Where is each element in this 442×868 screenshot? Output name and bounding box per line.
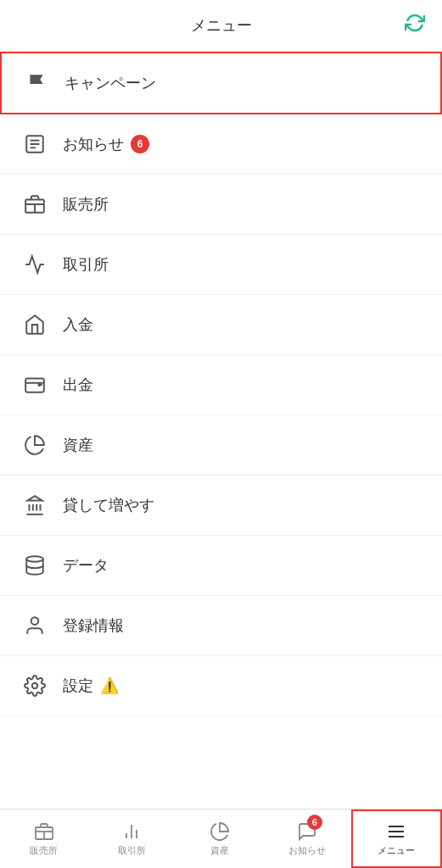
menu-item-shop-label: 販売所 [63,194,109,214]
nav-menu-label: メニュー [378,844,415,857]
nav-news-label: お知らせ [288,844,326,857]
wallet-icon [20,370,49,399]
warning-icon: ⚠️ [100,676,119,695]
menu-item-news[interactable]: お知らせ 6 [0,114,442,175]
menu-item-trading[interactable]: 取引所 [0,235,442,295]
nav-trading-label: 取引所 [118,844,146,857]
svg-marker-14 [27,496,42,500]
flag-icon [22,69,51,97]
svg-point-15 [26,556,43,562]
nav-item-assets[interactable]: 資産 [176,810,263,868]
menu-item-campaign[interactable]: キャンペーン [0,52,442,114]
menu-list: キャンペーン お知らせ 6 販売所 [0,52,442,809]
nav-item-menu[interactable]: メニュー [351,810,442,868]
menu-item-withdraw[interactable]: 出金 [0,355,442,415]
refresh-button[interactable] [405,13,425,38]
menu-item-trading-label: 取引所 [63,254,109,275]
menu-item-settings-label: 設定 [63,676,93,696]
person-icon [20,611,49,640]
nav-menu-icon [386,821,406,842]
menu-item-campaign-label: キャンペーン [64,73,156,93]
nav-news-badge: 6 [307,815,322,830]
gear-icon [20,671,49,700]
nav-assets-label: 資産 [210,844,229,857]
chart-icon [20,250,49,279]
shop-icon [20,190,49,219]
menu-item-shop[interactable]: 販売所 [0,175,442,235]
nav-chart-icon [121,821,142,842]
menu-item-profile-label: 登録情報 [63,615,124,636]
menu-item-profile[interactable]: 登録情報 [0,596,442,656]
menu-item-settings[interactable]: 設定 ⚠️ [0,656,442,716]
menu-item-news-label: お知らせ [63,134,124,154]
menu-item-data[interactable]: データ [0,536,442,596]
nav-item-shop[interactable]: 販売所 [0,810,87,868]
pie-icon [20,431,49,459]
news-icon [20,130,49,159]
bank-icon [20,310,49,339]
nav-shop-icon [34,821,54,842]
svg-point-17 [32,683,38,689]
svg-point-16 [31,617,39,625]
menu-item-assets[interactable]: 資産 [0,415,442,476]
bank2-icon [20,491,49,520]
news-badge: 6 [131,135,149,153]
menu-item-deposit[interactable]: 入金 [0,295,442,355]
nav-item-trading[interactable]: 取引所 [87,810,175,868]
bottom-nav: 販売所 取引所 資産 6 お知らせ メニュー [0,809,442,868]
menu-item-withdraw-label: 出金 [63,375,93,395]
database-icon [20,551,49,580]
menu-item-lending-label: 貸して増やす [63,495,154,515]
svg-point-8 [38,384,40,386]
menu-item-deposit-label: 入金 [63,314,93,335]
menu-item-data-label: データ [63,555,109,576]
app-header: メニュー [0,0,442,52]
menu-item-lending[interactable]: 貸して増やす [0,476,442,536]
menu-item-assets-label: 資産 [63,435,93,455]
header-title: メニュー [191,15,252,36]
nav-shop-label: 販売所 [30,844,58,857]
nav-item-news[interactable]: 6 お知らせ [263,810,350,868]
nav-pie-icon [210,821,230,842]
